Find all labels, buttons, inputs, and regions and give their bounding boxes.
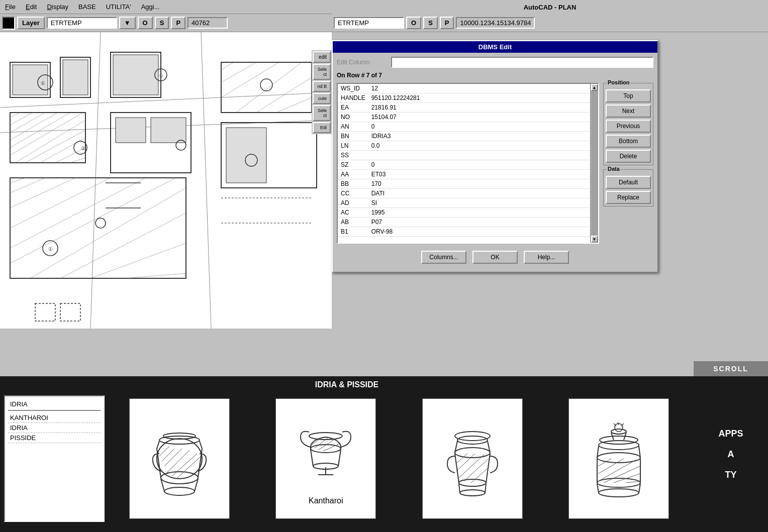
svg-rect-47	[226, 128, 266, 183]
field-value: IDRIA3	[368, 132, 598, 141]
edit-btn[interactable]: edit	[313, 51, 331, 63]
svg-point-95	[459, 479, 486, 486]
default-button[interactable]: Default	[606, 176, 651, 189]
svg-line-96	[455, 454, 459, 483]
table-row[interactable]: SS	[338, 151, 598, 160]
btn-p2[interactable]: P	[440, 17, 454, 29]
table-row[interactable]: AAET03	[338, 170, 598, 179]
toolbar-2: ETRTEMP O S P 10000.1234.15134.9784	[332, 14, 768, 32]
table-row[interactable]: BB170	[338, 179, 598, 189]
field-value: 170	[368, 179, 598, 189]
btn-o2[interactable]: O	[406, 17, 421, 29]
edi-btn[interactable]: Edi	[313, 122, 331, 133]
vessel-1[interactable]	[129, 398, 230, 519]
layer-button[interactable]: Layer	[17, 17, 45, 29]
svg-line-131	[626, 481, 640, 483]
menu-file[interactable]: File	[0, 2, 21, 12]
svg-line-94	[485, 484, 486, 493]
svg-point-87	[309, 433, 342, 440]
select2-btn[interactable]: Select	[313, 105, 331, 121]
field-name: WS_ID	[338, 84, 368, 93]
field-name: AA	[338, 170, 368, 179]
vessel-3[interactable]	[422, 398, 523, 519]
btn-s2[interactable]: S	[423, 17, 438, 29]
field-value: 21816.91	[368, 103, 598, 113]
menu-utilita[interactable]: UTILITA'	[101, 2, 136, 12]
table-row[interactable]: WS_ID12	[338, 84, 598, 93]
table-row[interactable]: ABP07	[338, 218, 598, 227]
vessel-2[interactable]: Kantharoi	[275, 398, 376, 519]
next-button[interactable]: Next	[606, 104, 651, 118]
delete-button[interactable]: Delete	[606, 150, 651, 163]
ndb-btn[interactable]: nd B	[313, 81, 331, 92]
sidebar-ty: TY	[725, 470, 736, 480]
svg-point-111	[597, 478, 640, 487]
svg-line-73	[164, 449, 182, 466]
layer-input-2[interactable]: ETRTEMP	[334, 17, 404, 29]
btn-o[interactable]: O	[138, 17, 153, 29]
position-group-title: Position	[607, 79, 630, 85]
previous-button[interactable]: Previous	[606, 120, 651, 133]
table-row[interactable]: SZ0	[338, 160, 598, 170]
data-buttons: Default Replace	[606, 176, 651, 204]
table-row[interactable]: ADSI	[338, 198, 598, 208]
table-row[interactable]: B1ORV-98	[338, 227, 598, 237]
menu-base[interactable]: BASE	[73, 2, 101, 12]
bottom-title: IDRIA & PISSIDE	[0, 376, 694, 393]
scroll-area: SCROLL	[694, 361, 768, 376]
table-row[interactable]: LN0.0	[338, 141, 598, 151]
svg-point-86	[311, 445, 341, 453]
columns-button[interactable]: Columns...	[421, 251, 466, 264]
dialog-title: DBMS Edit	[478, 43, 512, 51]
table-row[interactable]: HANDLE951120.12224281	[338, 93, 598, 103]
list-item-1[interactable]: KANTHAROI	[8, 413, 101, 423]
table-row[interactable]: CCDATI	[338, 189, 598, 198]
field-value: ET03	[368, 170, 598, 179]
select-btn[interactable]: Select	[313, 64, 331, 80]
data-table-scroll[interactable]: WS_ID12HANDLE951120.12224281EA21816.91NO…	[337, 83, 599, 244]
svg-line-84	[311, 450, 313, 466]
cute-btn[interactable]: cute	[313, 93, 331, 104]
btn-s[interactable]: S	[155, 17, 169, 29]
menu-edit[interactable]: Edit	[21, 2, 42, 12]
table-row[interactable]: AN0	[338, 122, 598, 132]
svg-rect-25	[151, 118, 186, 143]
scroll-down-btn[interactable]: ▼	[591, 236, 598, 243]
svg-rect-6	[13, 65, 48, 95]
scrollbar-vertical[interactable]: ▲ ▼	[590, 84, 598, 243]
btn-p[interactable]: P	[171, 17, 185, 29]
menu-display[interactable]: Display	[42, 2, 73, 12]
vessel-4[interactable]	[568, 398, 669, 519]
table-row[interactable]: BNIDRIA3	[338, 132, 598, 141]
field-name: SS	[338, 151, 368, 160]
list-item-2[interactable]: IDRIA	[8, 423, 101, 433]
dropdown-btn[interactable]: ▼	[119, 17, 136, 29]
field-name: AN	[338, 122, 368, 132]
position-group: Position Top Next Previous Bottom Delete	[603, 83, 653, 165]
field-value	[368, 151, 598, 160]
field-name: EA	[338, 103, 368, 113]
edit-column-input[interactable]	[391, 57, 653, 68]
field-value: 0	[368, 160, 598, 170]
help-button[interactable]: Help...	[524, 251, 569, 264]
replace-button[interactable]: Replace	[606, 191, 651, 204]
list-item-3[interactable]: PISSIDE	[8, 433, 101, 443]
scroll-track[interactable]	[591, 91, 598, 236]
table-row[interactable]: AC1995	[338, 208, 598, 218]
scroll-up-btn[interactable]: ▲	[591, 84, 598, 91]
table-row[interactable]: NO15104.07	[338, 113, 598, 122]
ok-button[interactable]: OK	[472, 251, 518, 264]
scroll-label: SCROLL	[713, 365, 748, 373]
layer-input[interactable]: ETRTEMP	[47, 17, 117, 29]
color-swatch[interactable]	[2, 17, 15, 30]
map-area[interactable]: ① ① ① ①	[0, 32, 332, 329]
list-item-0[interactable]: IDRIA	[8, 399, 101, 411]
menu-aggi[interactable]: Aggi...	[136, 2, 165, 12]
bottom-button[interactable]: Bottom	[606, 135, 651, 148]
svg-line-93	[459, 484, 460, 493]
table-row[interactable]: EA21816.91	[338, 103, 598, 113]
bottom-panel: IDRIA & PISSIDE IDRIA KANTHAROI IDRIA PI…	[0, 376, 694, 532]
side-toolbar: edit Select nd B cute Select Edi	[312, 50, 332, 134]
edit-column-label: Edit Column	[337, 59, 387, 66]
top-button[interactable]: Top	[606, 89, 651, 102]
